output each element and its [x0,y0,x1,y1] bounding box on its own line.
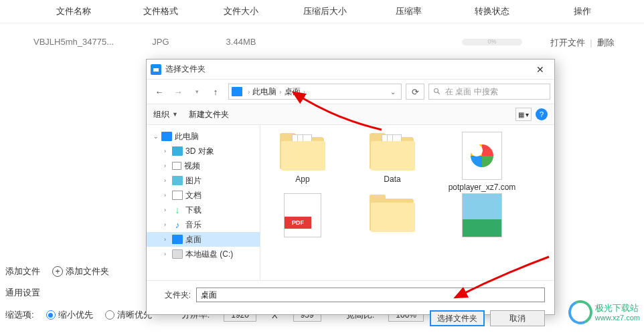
nav-bar: ← → ▾ ↑ › 此电脑 › 桌面 › ⌄ ⟳ 在 桌面 中搜索 [147,80,554,104]
shrink-priority-radio[interactable]: 缩小优先 [46,309,93,321]
file-grid: App Data potplayer_xz7.com PDF [260,125,554,280]
watermark: 极光下载站 www.xz7.com [568,300,640,324]
col-ratio: 压缩率 [368,5,449,17]
up-button[interactable]: ↑ [207,83,224,100]
chevron-right-icon: › [164,207,172,213]
select-folder-button[interactable]: 选择文件夹 [430,310,485,326]
picture-icon [172,176,183,185]
help-button[interactable]: ? [536,108,548,120]
pdf-thumb-icon: PDF [284,193,321,237]
watermark-logo-icon [568,300,592,324]
chevron-right-icon: › [164,221,172,228]
svg-rect-0 [153,68,159,72]
breadcrumb-sep: › [248,88,250,96]
folder-picker-dialog: 选择文件夹 ✕ ← → ▾ ↑ › 此电脑 › 桌面 › ⌄ ⟳ 在 桌面 中搜… [146,59,555,315]
document-icon [172,191,183,200]
col-action: 操作 [536,5,629,17]
refresh-button[interactable]: ⟳ [406,84,424,100]
dialog-toolbar: 组织 ▼ 新建文件夹 ▦ ▾ ? [147,104,554,125]
general-settings-label: 通用设置 [5,287,40,299]
dialog-body: ⌄ 此电脑 › 3D 对象 › 视频 › 图片 › 文 [147,125,554,280]
search-input[interactable]: 在 桌面 中搜索 [428,84,550,100]
watermark-name: 极光下载站 [595,303,640,314]
forward-button[interactable]: → [169,83,187,100]
shrink-options-label: 缩选项: [5,309,34,321]
add-folder-button[interactable]: + 添加文件夹 [52,265,109,277]
file-image[interactable] [445,193,519,240]
address-dropdown-icon[interactable]: ⌄ [388,88,398,96]
cell-name: VBJLH5mh_34775... [0,37,120,49]
cancel-button[interactable]: 取消 [490,310,545,326]
search-icon [433,88,441,96]
table-row: VBJLH5mh_34775... JPG 3.44MB 0% 打开文件 | 删… [0,23,644,62]
chevron-right-icon: › [164,251,172,257]
cell-compressed [281,37,368,49]
breadcrumb-sep: › [303,88,305,96]
open-file-link[interactable]: 打开文件 [550,37,585,47]
table-header: 文件名称 文件格式 文件大小 压缩后大小 压缩率 转换状态 操作 [0,0,644,23]
clarity-priority-radio[interactable]: 清晰优先 [105,309,152,321]
dialog-titlebar: 选择文件夹 ✕ [147,60,554,80]
chevron-right-icon: › [164,236,172,243]
svg-point-1 [434,89,438,93]
watermark-url: www.xz7.com [595,314,640,322]
tree-pictures[interactable]: › 图片 [147,173,260,188]
progress-bar: 0% [462,39,522,45]
cell-status: 0% [449,37,536,49]
tree-documents[interactable]: › 文档 [147,188,260,203]
folder-icon [368,132,416,172]
tree-desktop[interactable]: › 桌面 [147,232,260,247]
plus-icon: + [52,266,63,277]
folder-path-input[interactable] [196,288,545,302]
back-button[interactable]: ← [151,83,168,100]
file-potplayer[interactable]: potplayer_xz7.com [445,132,519,193]
chevron-down-icon: ▼ [172,111,178,118]
col-compressed: 压缩后大小 [281,5,368,17]
radio-icon [105,310,114,320]
path-label: 文件夹: [156,290,191,301]
col-status: 转换状态 [449,5,536,17]
folder-icon [368,193,416,233]
download-icon: ↓ [172,205,183,215]
breadcrumb-root[interactable]: 此电脑 [252,86,276,98]
folder-tree: ⌄ 此电脑 › 3D 对象 › 视频 › 图片 › 文 [147,125,260,280]
chevron-right-icon: › [164,192,172,199]
file-pdf[interactable]: PDF [266,193,339,240]
new-folder-button[interactable]: 新建文件夹 [189,109,229,120]
chevron-down-icon: ⌄ [153,133,161,140]
chevron-right-icon: › [164,148,172,154]
action-separator: | [590,37,592,47]
tree-localdisk[interactable]: › 本地磁盘 (C:) [147,247,260,261]
folder-data[interactable]: Data [355,132,429,193]
chevron-right-icon: › [164,177,172,184]
tree-video[interactable]: › 视频 [147,158,260,173]
organize-menu[interactable]: 组织 ▼ [153,109,178,120]
col-size: 文件大小 [201,5,281,17]
cube-icon [172,146,183,156]
close-button[interactable]: ✕ [530,64,550,75]
folder-item[interactable] [355,193,429,240]
address-bar[interactable]: › 此电脑 › 桌面 › ⌄ [228,84,402,100]
image-thumb-icon [462,193,502,237]
pc-icon [161,132,172,141]
breadcrumb-sep: › [279,88,281,96]
dialog-app-icon [151,64,161,75]
recent-dropdown[interactable]: ▾ [188,83,206,100]
tree-music[interactable]: › ♪ 音乐 [147,217,260,232]
col-format: 文件格式 [120,5,201,17]
tree-downloads[interactable]: › ↓ 下载 [147,203,260,217]
breadcrumb-current[interactable]: 桌面 [285,86,301,98]
view-mode-button[interactable]: ▦ ▾ [515,108,532,121]
disk-icon [172,249,183,259]
tree-pc[interactable]: ⌄ 此电脑 [147,129,260,144]
video-icon [172,162,181,170]
cell-format: JPG [120,37,201,49]
pc-icon [232,87,242,96]
folder-app[interactable]: App [266,132,339,193]
cell-size: 3.44MB [201,37,281,49]
music-icon: ♪ [172,220,183,229]
dialog-bottom: 文件夹: 选择文件夹 取消 [147,280,554,333]
tree-3d-objects[interactable]: › 3D 对象 [147,144,260,158]
chevron-right-icon: › [164,162,172,169]
delete-link[interactable]: 删除 [597,37,615,47]
